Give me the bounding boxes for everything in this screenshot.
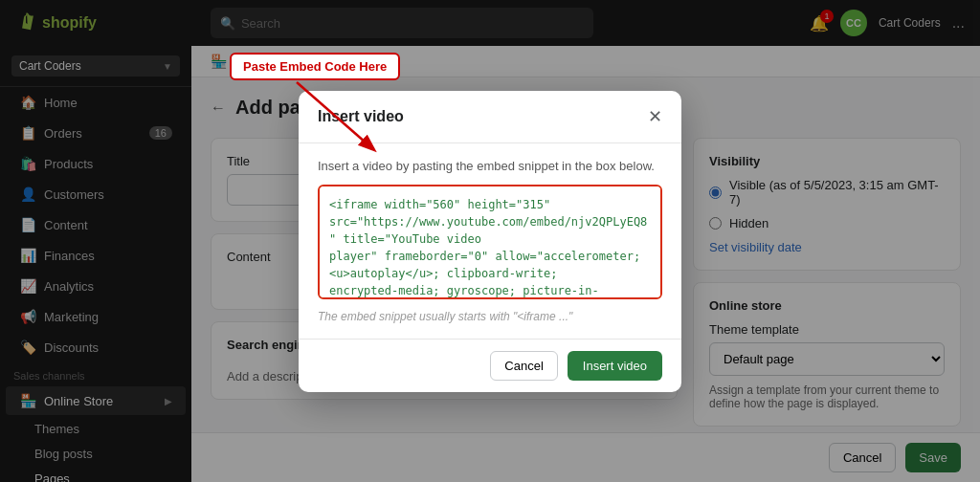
- embed-code-textarea[interactable]: <iframe width="560" height="315" src="ht…: [318, 185, 662, 299]
- modal-cancel-button[interactable]: Cancel: [490, 351, 557, 381]
- modal-body: Insert a video by pasting the embed snip…: [299, 143, 681, 339]
- modal-insert-button[interactable]: Insert video: [568, 351, 662, 381]
- annotation-arrow: [287, 77, 402, 164]
- annotation-container: Paste Embed Code Here: [230, 53, 400, 80]
- annotation-box: Paste Embed Code Here: [230, 53, 400, 80]
- modal-footer: Cancel Insert video: [299, 339, 681, 392]
- svg-line-1: [297, 82, 373, 149]
- embed-hint: The embed snippet usually starts with "<…: [318, 310, 662, 323]
- modal-overlay: Paste Embed Code Here Insert video ✕ Ins…: [0, 0, 980, 482]
- modal-close-button[interactable]: ✕: [648, 106, 662, 127]
